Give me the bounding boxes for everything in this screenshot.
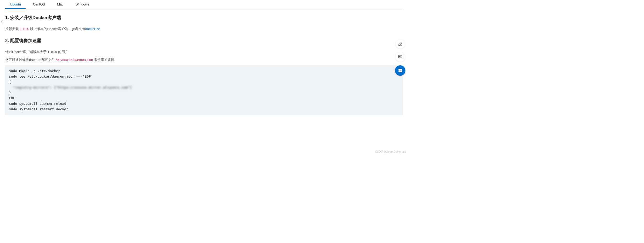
svg-rect-6 <box>399 71 400 72</box>
code-line: sudo systemctl restart docker <box>9 107 68 111</box>
collapse-left-button[interactable] <box>0 18 4 26</box>
apps-button[interactable] <box>395 65 405 76</box>
tab-ubuntu[interactable]: Ubuntu <box>5 0 26 9</box>
svg-point-1 <box>399 56 399 57</box>
version-number: 1.10.0 <box>20 27 29 31</box>
svg-rect-7 <box>400 71 402 72</box>
svg-rect-5 <box>400 69 402 70</box>
code-line-blurred: "registry-mirrors": ["https://xxxxxx.mir… <box>9 85 132 89</box>
section-2-line2: 您可以通过修改daemon配置文件 /etc/docker/daemon.jso… <box>5 57 403 63</box>
tab-windows[interactable]: Windows <box>71 0 94 9</box>
tab-centos[interactable]: CentOS <box>28 0 50 9</box>
text: 来使用加速器 <box>93 58 114 62</box>
edit-button[interactable] <box>396 39 405 49</box>
code-block[interactable]: sudo mkdir -p /etc/docker sudo tee /etc/… <box>5 65 403 115</box>
code-line: { <box>9 80 11 84</box>
code-line: EOF <box>9 96 15 100</box>
svg-point-2 <box>400 56 400 57</box>
section-1-text: 推荐安装 1.10.0 以上版本的Docker客户端，参考文档docker-ce <box>5 26 403 32</box>
chat-icon <box>398 55 403 59</box>
section-1-title: 1. 安装／升级Docker客户端 <box>5 15 403 21</box>
code-line: sudo systemctl daemon-reload <box>9 102 66 106</box>
docker-ce-link[interactable]: docker-ce <box>85 27 100 31</box>
feedback-button[interactable] <box>396 52 405 62</box>
config-path: /etc/docker/daemon.json <box>56 58 93 62</box>
section-2-title: 2. 配置镜像加速器 <box>5 38 403 44</box>
code-line: sudo tee /etc/docker/daemon.json <<-'EOF… <box>9 74 93 78</box>
tab-mac[interactable]: Mac <box>52 0 68 9</box>
side-actions <box>395 39 405 76</box>
grid-icon <box>398 68 403 73</box>
text: 以上版本的Docker客户端，参考文档 <box>29 27 85 31</box>
code-line: sudo mkdir -p /etc/docker <box>9 69 60 73</box>
section-2-line1: 针对Docker客户端版本大于 1.10.0 的用户 <box>5 49 403 55</box>
text: 您可以通过修改daemon配置文件 <box>5 58 56 62</box>
text: 推荐安装 <box>5 27 20 31</box>
os-tabs: Ubuntu CentOS Mac Windows <box>5 0 403 9</box>
watermark: CSDN @Keep Doing this <box>375 150 406 153</box>
code-line: } <box>9 91 11 95</box>
svg-point-3 <box>401 56 401 57</box>
svg-rect-4 <box>399 69 400 70</box>
pencil-icon <box>398 42 403 46</box>
